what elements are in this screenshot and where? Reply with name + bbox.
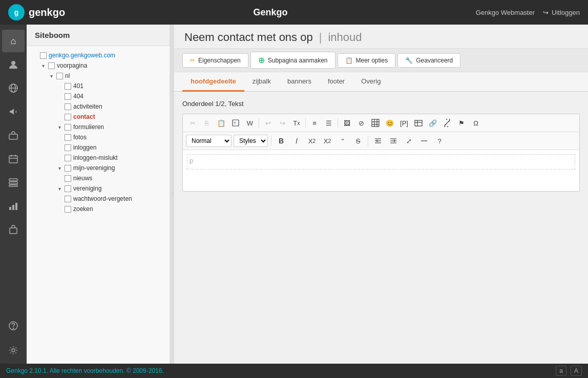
unordered-list-button[interactable]: ☰ xyxy=(322,116,335,130)
special-char-button[interactable]: Ω xyxy=(469,116,482,130)
tab-zijbalk[interactable]: zijbalk xyxy=(244,72,279,92)
nav-megaphone-icon[interactable] xyxy=(2,100,25,123)
tree-item-formulieren[interactable]: ▾ formulieren xyxy=(27,122,170,132)
nav-users-icon[interactable] xyxy=(2,53,25,76)
paste-word-button[interactable]: W xyxy=(243,116,257,130)
style-select[interactable]: Styles xyxy=(234,135,268,147)
link-button[interactable]: 🔗 xyxy=(426,116,439,130)
tree-item-voorpagina[interactable]: ▾ voorpagina xyxy=(27,60,170,71)
tree-item-domain[interactable]: genkgo.genkgoweb.com xyxy=(27,50,170,60)
indent-left-button[interactable] xyxy=(371,134,385,148)
tree-toggle-nieuws xyxy=(55,174,64,182)
tree-item-zoeken[interactable]: zoeken xyxy=(27,204,170,214)
paste-button[interactable]: 📋 xyxy=(215,116,228,130)
subpagina-button[interactable]: ⊕ Subpagina aanmaken xyxy=(250,52,335,69)
resize-handle[interactable]: ⋮ xyxy=(170,25,174,364)
tree-item-mijn-vereniging[interactable]: ▾ mijn-vereniging xyxy=(27,163,170,173)
smiley-button[interactable]: 😊 xyxy=(383,116,396,130)
format-select[interactable]: Normal Heading 1 Heading 2 Heading 3 xyxy=(186,135,232,147)
redo-button[interactable]: ↪ xyxy=(276,116,289,130)
unlink-button[interactable] xyxy=(440,116,454,130)
source-button[interactable] xyxy=(417,134,431,148)
table2-button[interactable] xyxy=(412,116,425,130)
editor-toolbar-row2: Normal Heading 1 Heading 2 Heading 3 Sty… xyxy=(183,132,579,150)
tab-banners[interactable]: banners xyxy=(279,72,320,92)
tree-icon-401 xyxy=(64,82,72,90)
app-title: Genkgo xyxy=(253,7,287,18)
svg-line-29 xyxy=(445,120,450,125)
undo-button[interactable]: ↩ xyxy=(261,116,275,130)
tree-item-nieuws[interactable]: nieuws xyxy=(27,173,170,183)
nav-chart-icon[interactable] xyxy=(2,195,25,217)
tree-item-vereniging[interactable]: ▾ vereniging xyxy=(27,183,170,194)
header-right: Genkgo Webmaster ↪ Uitloggen xyxy=(476,9,580,16)
tree-item-wachtwoord-vergeten[interactable]: wachtwoord-vergeten xyxy=(27,194,170,204)
maximize-button[interactable]: ⤢ xyxy=(402,134,415,148)
tree-toggle-nl[interactable]: ▾ xyxy=(47,72,55,80)
nav-help-icon[interactable] xyxy=(2,314,25,337)
italic-button[interactable]: I xyxy=(290,134,303,148)
tree-item-activiteiten[interactable]: activiteiten xyxy=(27,101,170,112)
content-area: Neem contact met ons op | inhoud ✏ Eigen… xyxy=(174,25,588,364)
svg-point-0 xyxy=(11,61,15,65)
page-header: Neem contact met ons op | inhoud xyxy=(174,25,588,48)
nav-home-icon[interactable]: ⌂ xyxy=(2,30,25,52)
tree-toggle-mijn-vereniging[interactable]: ▾ xyxy=(55,164,64,172)
editor-paragraph[interactable]: p xyxy=(187,154,575,170)
superscript-button[interactable]: X2 xyxy=(321,134,334,148)
siteboom-panel: Siteboom genkgo.genkgoweb.com ▾ voorpagi… xyxy=(27,25,170,364)
toolbar-sep-4 xyxy=(271,136,271,146)
toolbar-sep-5 xyxy=(368,136,368,146)
nav-globe-icon[interactable] xyxy=(2,77,25,99)
flash-button[interactable]: ⊘ xyxy=(354,116,368,130)
tab-overig[interactable]: Overig xyxy=(353,72,389,92)
tree-item-nl[interactable]: ▾ nl xyxy=(27,71,170,81)
nav-archive-icon[interactable] xyxy=(2,171,25,194)
tree-label-nl: nl xyxy=(65,72,70,79)
editor-content[interactable]: p xyxy=(183,150,579,191)
nav-bag-icon[interactable] xyxy=(2,218,25,241)
strikethrough-button[interactable]: S xyxy=(351,134,365,148)
geavanceerd-button[interactable]: 🔧 Geavanceerd xyxy=(397,53,460,68)
clear-formatting-button[interactable]: Tx xyxy=(290,116,303,130)
help-editor-button[interactable]: ? xyxy=(433,134,446,148)
ordered-list-button[interactable]: ≡ xyxy=(308,116,321,130)
logout-button[interactable]: ↪ Uitloggen xyxy=(543,9,580,16)
tree-item-inloggen-mislukt[interactable]: inloggen-mislukt xyxy=(27,153,170,163)
flag-button[interactable]: ⚑ xyxy=(455,116,468,130)
nav-settings-icon[interactable] xyxy=(2,339,25,362)
nav-calendar-icon[interactable] xyxy=(2,148,25,170)
tree-toggle-voorpagina[interactable]: ▾ xyxy=(39,61,47,70)
placeholder-button[interactable]: [P] xyxy=(397,116,411,130)
tab-footer[interactable]: footer xyxy=(320,72,353,92)
table-button[interactable] xyxy=(369,116,382,130)
tree-item-fotos[interactable]: fotos xyxy=(27,132,170,142)
toolbar-sep-3 xyxy=(338,118,338,128)
bold-button[interactable]: B xyxy=(275,134,288,148)
tree-toggle-formulieren[interactable]: ▾ xyxy=(55,123,64,131)
tree-item-inloggen[interactable]: inloggen xyxy=(27,142,170,153)
tree-icon-contact xyxy=(64,113,72,121)
image-button[interactable]: 🖼 xyxy=(340,116,353,130)
copy-button[interactable]: ⎘ xyxy=(200,116,214,130)
cut-button[interactable]: ✂ xyxy=(186,116,199,130)
blockquote-button[interactable]: " xyxy=(336,134,349,148)
tree-icon-voorpagina xyxy=(47,61,55,70)
nav-briefcase-icon[interactable] xyxy=(2,124,25,146)
drag-dots-icon: ⋮ xyxy=(170,192,174,197)
tree-item-401[interactable]: 401 xyxy=(27,81,170,91)
tree-icon-nieuws xyxy=(64,174,72,182)
tree-toggle-vereniging[interactable]: ▾ xyxy=(55,184,64,193)
paste-text-button[interactable]: T xyxy=(229,116,242,130)
tree-item-contact[interactable]: contact xyxy=(27,112,170,122)
tree-item-404[interactable]: 404 xyxy=(27,91,170,101)
subscript-button[interactable]: X2 xyxy=(305,134,319,148)
tree-icon-formulieren xyxy=(64,123,72,131)
logout-icon: ↪ xyxy=(543,9,549,16)
eigenschappen-button[interactable]: ✏ Eigenschappen xyxy=(182,53,248,68)
tab-hoofdgedeelte[interactable]: hoofdgedeelte xyxy=(182,72,244,92)
svg-rect-14 xyxy=(15,203,17,210)
meer-opties-button[interactable]: 📋 Meer opties xyxy=(338,53,396,68)
indent-right-button[interactable] xyxy=(387,134,400,148)
editor-wrapper: Onderdeel 1/2, Tekst ✂ ⎘ 📋 T W ↩ ↪ Tx xyxy=(174,92,588,364)
